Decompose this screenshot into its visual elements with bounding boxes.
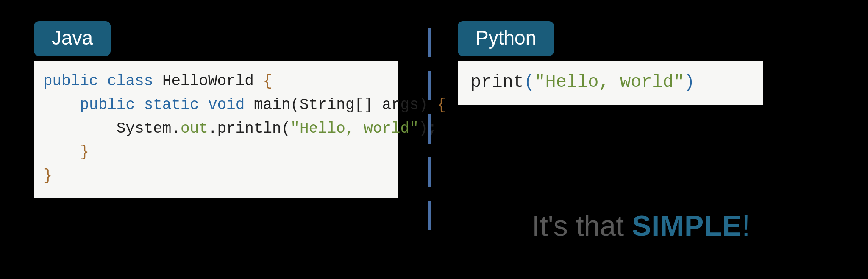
- tagline: It's that SIMPLE!: [532, 208, 750, 243]
- python-code-block: print("Hello, world"): [458, 61, 763, 105]
- code-identifier: String: [300, 96, 355, 114]
- code-string: "Hello, world": [290, 120, 418, 137]
- code-keyword: class: [107, 73, 153, 90]
- code-keyword: public: [80, 96, 135, 114]
- code-identifier: print: [470, 72, 524, 92]
- code-paren: (: [524, 72, 534, 92]
- code-keyword: public: [43, 73, 98, 90]
- code-string: "Hello, world": [534, 72, 684, 92]
- code-brace: }: [80, 143, 89, 161]
- code-punct: .: [208, 120, 217, 137]
- code-keyword: static: [144, 96, 199, 114]
- code-identifier: HelloWorld: [162, 73, 254, 90]
- code-paren: ): [684, 72, 695, 92]
- code-punct: (: [290, 96, 300, 114]
- code-brace: {: [263, 73, 273, 90]
- java-code-block: public class HelloWorld { public static …: [34, 61, 398, 198]
- code-identifier: main: [254, 96, 290, 114]
- code-identifier: System: [117, 120, 172, 137]
- code-punct: .: [171, 120, 181, 137]
- vertical-divider: [428, 28, 431, 244]
- tagline-prefix: It's that: [532, 209, 632, 242]
- tagline-exclamation: !: [742, 208, 750, 242]
- code-identifier: args: [382, 96, 418, 114]
- code-identifier: println: [217, 120, 281, 137]
- code-punct: (: [281, 120, 291, 137]
- tagline-accent: SIMPLE: [632, 209, 742, 242]
- code-member: out: [181, 120, 208, 137]
- code-punct: []: [355, 96, 382, 114]
- code-brace: {: [437, 96, 446, 114]
- code-punct: ): [419, 96, 428, 114]
- python-panel: Python print("Hello, world"): [458, 21, 839, 105]
- code-keyword: void: [208, 96, 245, 114]
- code-brace: }: [43, 167, 53, 184]
- java-badge: Java: [34, 21, 111, 56]
- python-badge: Python: [458, 21, 554, 56]
- java-panel: Java public class HelloWorld { public st…: [34, 21, 398, 198]
